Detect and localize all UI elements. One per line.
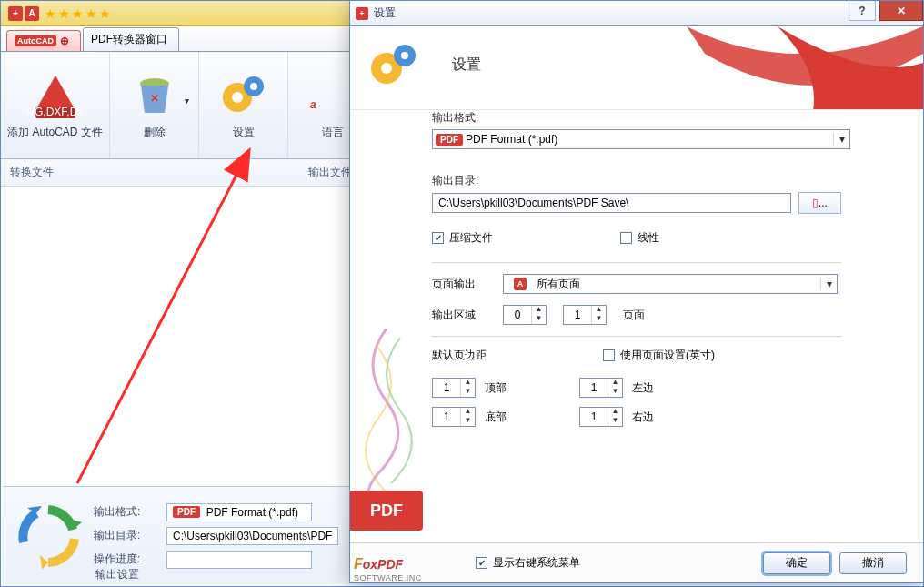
page-output-combo-text: 所有页面	[537, 277, 820, 292]
gears-icon	[216, 71, 271, 121]
bottom-output-format-text: PDF Format (*.pdf)	[206, 506, 298, 519]
show-context-menu-checkbox[interactable]: ✔ 显示右键系统菜单	[476, 555, 580, 571]
dialog-icon: +	[356, 7, 368, 20]
range-to-input[interactable]	[564, 308, 591, 322]
header-swoosh-deco	[596, 26, 923, 110]
margin-bottom-spinner[interactable]: ▲▼	[432, 407, 476, 427]
margin-left-input[interactable]	[580, 380, 608, 395]
dialog-body: 输出格式: PDF PDF Format (*.pdf) ▾ 输出目录: ▯ .…	[350, 110, 923, 542]
tab-pdf-converter-label: PDF转换器窗口	[91, 32, 167, 47]
output-files-header: 输出文件	[299, 165, 352, 180]
cancel-button[interactable]: 撤消	[839, 552, 907, 574]
checkbox-unchecked-icon	[603, 349, 615, 361]
bottom-output-format-value[interactable]: PDF PDF Format (*.pdf)	[166, 503, 312, 521]
margin-bottom-label: 底部	[485, 410, 507, 425]
checkbox-checked-icon: ✔	[476, 557, 487, 569]
app-badge: + A	[8, 6, 39, 21]
svg-line-9	[77, 152, 248, 483]
bottom-output-format-label: 输出格式:	[94, 504, 157, 520]
range-to-spinner[interactable]: ▲▼	[563, 305, 607, 325]
autocad-file-icon: DWG,DXF,DWF	[28, 71, 83, 121]
page-output-combo[interactable]: A 所有页面 ▾	[503, 274, 838, 294]
pdf-page-icon: A	[514, 278, 527, 290]
ribbon-language-label: 语言	[322, 125, 344, 140]
margin-left-spinner[interactable]: ▲▼	[579, 378, 623, 398]
output-format-label: 输出格式:	[432, 110, 841, 126]
compress-label: 压缩文件	[449, 230, 493, 246]
show-context-menu-label: 显示右键系统菜单	[493, 555, 580, 571]
svg-point-7	[250, 83, 257, 90]
tab-autocad-plus-icon: ⊕	[60, 35, 69, 47]
svg-text:✕: ✕	[150, 92, 159, 105]
pdf-ribbon-deco: PDF	[350, 491, 423, 531]
range-unit-label: 页面	[623, 308, 645, 323]
checkbox-checked-icon: ✔	[432, 232, 444, 244]
tab-pdf-converter[interactable]: PDF转换器窗口	[83, 27, 179, 51]
app-icon-1: +	[8, 6, 23, 21]
autocad-icon: AutoCAD	[15, 35, 56, 46]
margin-right-label: 右边	[632, 410, 654, 425]
tab-autocad[interactable]: AutoCAD ⊕	[6, 30, 81, 51]
browse-label: ...	[819, 197, 828, 209]
dialog-title: 设置	[374, 5, 396, 21]
svg-point-11	[381, 63, 392, 74]
dialog-header-title: 设置	[452, 56, 481, 75]
dropdown-arrow-icon[interactable]: ▾	[833, 133, 849, 146]
header-gears-icon	[367, 41, 421, 93]
compress-checkbox[interactable]: ✔ 压缩文件	[432, 230, 493, 246]
margin-bottom-input[interactable]	[433, 410, 460, 424]
foxpdf-logo: FoxPDF SOFTWARE.INC	[354, 556, 422, 582]
browse-button[interactable]: ▯ ...	[798, 192, 841, 214]
margin-right-input[interactable]	[580, 410, 608, 424]
bottom-progress-bar	[166, 551, 312, 569]
dialog-header: 设置	[350, 26, 923, 110]
checkbox-unchecked-icon	[620, 232, 632, 244]
app-icon-2: A	[25, 6, 39, 21]
dialog-titlebar[interactable]: + 设置 ? ✕	[350, 1, 923, 26]
range-from-input[interactable]	[504, 308, 531, 322]
dialog-footer: FoxPDF SOFTWARE.INC ✔ 显示右键系统菜单 确定 撤消	[350, 542, 923, 582]
convert-files-header: 转换文件	[1, 165, 299, 180]
range-from-spinner[interactable]: ▲▼	[503, 305, 547, 325]
ok-button[interactable]: 确定	[763, 552, 830, 574]
output-format-combo-text: PDF Format (*.pdf)	[466, 133, 833, 146]
bottom-progress-label: 操作进度:	[94, 552, 157, 567]
ribbon-settings-button[interactable]: 设置	[199, 52, 288, 158]
convert-icon	[3, 487, 94, 584]
foxpdf-subtitle: SOFTWARE.INC	[354, 573, 422, 582]
ribbon-delete-button[interactable]: ✕ ▾ 删除	[110, 52, 199, 158]
output-dir-label: 输出目录:	[432, 173, 841, 188]
bottom-output-dir-value[interactable]: C:\Users\pkill03\Documents\PDF	[166, 527, 338, 545]
linear-label: 线性	[638, 230, 659, 246]
pdf-badge-icon: PDF	[436, 134, 463, 146]
dropdown-arrow-icon[interactable]: ▾	[820, 278, 837, 290]
settings-dialog: + 设置 ? ✕ 设置 输出格式: PDF PDF Format (*.pdf)…	[349, 0, 924, 583]
margin-right-spinner[interactable]: ▲▼	[579, 407, 623, 427]
svg-point-5	[232, 92, 243, 103]
trash-icon: ✕	[127, 71, 182, 121]
margin-top-spinner[interactable]: ▲▼	[432, 378, 476, 398]
ribbon-add-autocad-label: 添加 AutoCAD 文件	[7, 125, 103, 140]
use-page-settings-checkbox[interactable]: 使用页面设置(英寸)	[603, 348, 715, 363]
output-dir-input[interactable]	[432, 193, 791, 213]
dropdown-arrow-icon[interactable]: ▾	[185, 96, 189, 106]
dialog-close-button[interactable]: ✕	[879, 1, 923, 21]
linear-checkbox[interactable]: 线性	[620, 230, 659, 246]
margin-top-input[interactable]	[433, 380, 460, 395]
page-output-label: 页面输出	[432, 277, 487, 292]
annotation-arrow	[68, 147, 268, 492]
use-page-settings-label: 使用页面设置(英寸)	[620, 348, 715, 363]
output-range-label: 输出区域	[432, 308, 487, 323]
output-format-combo[interactable]: PDF PDF Format (*.pdf) ▾	[432, 129, 850, 149]
bottom-caption: 输出设置	[95, 567, 139, 582]
default-margin-label: 默认页边距	[432, 348, 587, 363]
pdf-badge-icon: PDF	[173, 506, 200, 518]
margin-top-label: 顶部	[485, 380, 507, 396]
bottom-output-dir-label: 输出目录:	[94, 528, 157, 543]
ribbon-settings-label: 设置	[233, 125, 255, 140]
ribbon-add-autocad-button[interactable]: DWG,DXF,DWF 添加 AutoCAD 文件	[1, 52, 110, 158]
margin-left-label: 左边	[632, 380, 654, 396]
dialog-help-button[interactable]: ?	[849, 1, 876, 21]
separator	[432, 262, 841, 263]
cursor-icon: ▯	[812, 197, 819, 209]
